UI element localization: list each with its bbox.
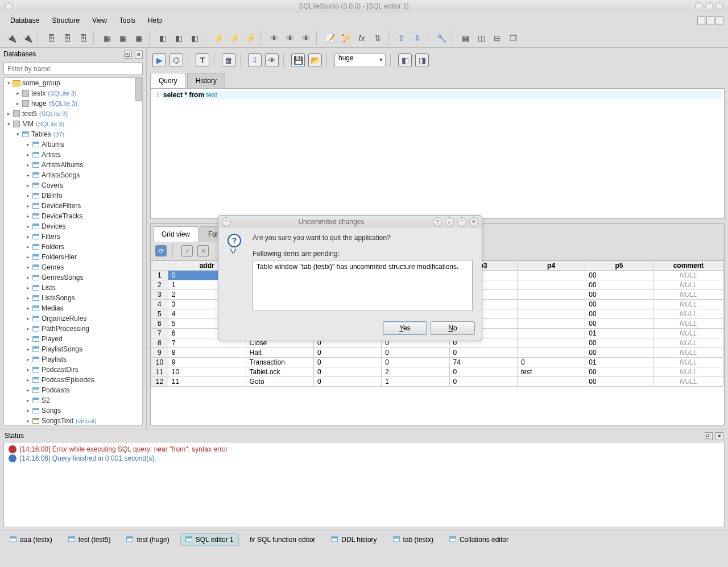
tree-table[interactable]: ▸Genres <box>4 262 142 272</box>
menu-view[interactable]: View <box>86 14 113 27</box>
db-tree[interactable]: ▾some_group ▸testx(SQLite 3) ▸huge(SQLit… <box>3 77 143 425</box>
tree-table[interactable]: ▸Covers <box>4 180 142 191</box>
clear-history-icon[interactable]: 🗑 <box>222 53 235 67</box>
tree-table[interactable]: ▸PlaylistSongs <box>4 344 142 354</box>
column-header[interactable]: p4 <box>517 261 585 271</box>
explain-icon[interactable]: ⌬ <box>169 53 183 67</box>
format-icon[interactable]: T <box>196 53 209 67</box>
execute-icon[interactable]: ▶ <box>152 53 166 67</box>
tab-grid-view[interactable]: Grid view <box>153 226 198 242</box>
status-float-icon[interactable]: ◰ <box>705 432 713 440</box>
tree-table[interactable]: ▸Medias <box>4 303 142 313</box>
db-filter-input[interactable] <box>3 63 143 75</box>
tree-table[interactable]: ▸DeviceFilters <box>4 201 142 211</box>
index-delete-icon[interactable]: ◧ <box>188 31 201 45</box>
tree-table[interactable]: ▸FoldersHier <box>4 252 142 262</box>
create-view-icon[interactable]: 👁 <box>265 53 279 67</box>
db-add-icon[interactable]: 🗄 <box>44 31 58 45</box>
table-edit-icon[interactable]: ▦ <box>116 31 130 45</box>
taskbar-item[interactable]: DDL history <box>326 533 382 546</box>
tree-db-huge[interactable]: huge <box>31 100 47 107</box>
tree-table[interactable]: ▸ArtistsAlbums <box>4 160 142 170</box>
dialog-collapse-icon[interactable]: ⌃ <box>222 217 231 226</box>
tree-table[interactable]: ▸Devices <box>4 221 142 231</box>
tree-table[interactable]: ▸OrganizeRules <box>4 313 142 324</box>
tree-table[interactable]: ▸ArtistsSongs <box>4 170 142 180</box>
index-add-icon[interactable]: ◧ <box>156 31 169 45</box>
tile-h-icon[interactable]: ◫ <box>474 31 488 45</box>
export-results-icon[interactable]: ⇩ <box>248 53 262 67</box>
ddl-history-icon[interactable]: 📜 <box>339 31 353 45</box>
taskbar-item[interactable]: aaa (testx) <box>5 533 57 546</box>
tile-v-icon[interactable]: ⊟ <box>490 31 504 45</box>
tree-table[interactable]: ▸Artists <box>4 150 142 160</box>
table-delete-icon[interactable]: ▦ <box>132 31 146 45</box>
close-icon[interactable] <box>715 2 723 10</box>
column-header[interactable]: p5 <box>585 261 653 271</box>
panel-float-icon[interactable]: ◰ <box>124 51 132 59</box>
tree-table[interactable]: ▸Songs <box>4 405 142 416</box>
status-close-icon[interactable]: ✕ <box>715 432 723 440</box>
load-sql-icon[interactable]: 📂 <box>308 53 322 67</box>
collation-editor-icon[interactable]: ⇅ <box>371 31 384 45</box>
tree-db-test5[interactable]: test5 <box>22 110 37 118</box>
column-header[interactable]: comment <box>653 261 723 271</box>
tree-table[interactable]: ▸Played <box>4 334 142 344</box>
tree-db-mm[interactable]: MM <box>22 120 34 128</box>
next-db-icon[interactable]: ◨ <box>415 53 429 67</box>
import-icon[interactable]: ⇧ <box>395 31 408 45</box>
tree-table[interactable]: ▸DeviceTracks <box>4 211 142 221</box>
tree-table[interactable]: ▸Folders <box>4 242 142 252</box>
tree-table[interactable]: ▸PathProcessing <box>4 324 142 334</box>
menu-tools[interactable]: Tools <box>114 14 141 27</box>
save-sql-icon[interactable]: 💾 <box>291 53 305 67</box>
taskbar-item[interactable]: test (huge) <box>121 533 174 546</box>
commit-icon[interactable]: ✓ <box>181 245 193 256</box>
tree-table[interactable]: ▸ListsSongs <box>4 293 142 303</box>
status-log[interactable]: [14:16:00] Error while executing SQL que… <box>3 442 725 527</box>
trigger-add-icon[interactable]: ⚡ <box>212 31 225 45</box>
view-delete-icon[interactable]: 👁 <box>299 31 313 45</box>
scrollbar-handle[interactable] <box>135 78 142 101</box>
db-remove-icon[interactable]: 🗄 <box>76 31 90 45</box>
dialog-close-icon[interactable]: ✕ <box>469 217 478 226</box>
tab-query[interactable]: Query <box>150 73 186 88</box>
taskbar-item[interactable]: tab (testx) <box>388 533 439 546</box>
settings-icon[interactable]: 🔧 <box>435 31 448 45</box>
rollback-icon[interactable]: ✕ <box>197 245 209 256</box>
sql-editor-icon[interactable]: 📝 <box>323 31 337 45</box>
index-edit-icon[interactable]: ◧ <box>172 31 185 45</box>
taskbar-item[interactable]: Collations editor <box>444 533 514 546</box>
trigger-edit-icon[interactable]: ⚡ <box>228 31 241 45</box>
tile-icon[interactable]: ▦ <box>458 31 472 45</box>
table-row[interactable]: 1110TableLock020test00NULL <box>151 367 724 377</box>
db-connect-icon[interactable]: 🔌 <box>5 31 18 45</box>
tree-table[interactable]: ▸PodcastDirs <box>4 365 142 375</box>
minimize-icon[interactable] <box>695 2 703 10</box>
view-edit-icon[interactable]: 👁 <box>283 31 297 45</box>
table-row[interactable]: 1211Goto01000NULL <box>151 377 724 387</box>
taskbar-item[interactable]: fxSQL function editor <box>245 533 321 546</box>
mdi-minimize-icon[interactable] <box>697 16 705 24</box>
tree-table[interactable]: ▸Albums <box>4 139 142 150</box>
app-menu-icon[interactable] <box>5 2 13 10</box>
db-select[interactable]: huge <box>334 53 386 67</box>
dialog-minimize-icon[interactable]: ⌄ <box>445 217 454 226</box>
taskbar-item[interactable]: test (test5) <box>63 533 116 546</box>
export-icon[interactable]: ⇩ <box>411 31 424 45</box>
tree-db-testx[interactable]: testx <box>31 89 46 97</box>
menu-database[interactable]: Database <box>5 14 45 27</box>
no-button[interactable]: No <box>431 321 475 335</box>
tree-table[interactable]: ▸Playlists <box>4 354 142 365</box>
mdi-restore-icon[interactable] <box>706 16 714 24</box>
panel-close-icon[interactable]: ✕ <box>135 51 143 59</box>
tree-table-songstext[interactable]: SongsText <box>42 417 73 425</box>
tree-table[interactable]: ▸PodcastEpisodes <box>4 375 142 385</box>
sql-editor[interactable]: 1 select * from test <box>150 88 725 219</box>
dialog-help-icon[interactable]: ? <box>433 217 442 226</box>
function-editor-icon[interactable]: fx <box>355 31 369 45</box>
view-add-icon[interactable]: 👁 <box>267 31 281 45</box>
tree-group[interactable]: some_group <box>22 79 60 87</box>
cascade-icon[interactable]: ❐ <box>506 31 520 45</box>
tree-table[interactable]: ▸Lists <box>4 283 142 293</box>
